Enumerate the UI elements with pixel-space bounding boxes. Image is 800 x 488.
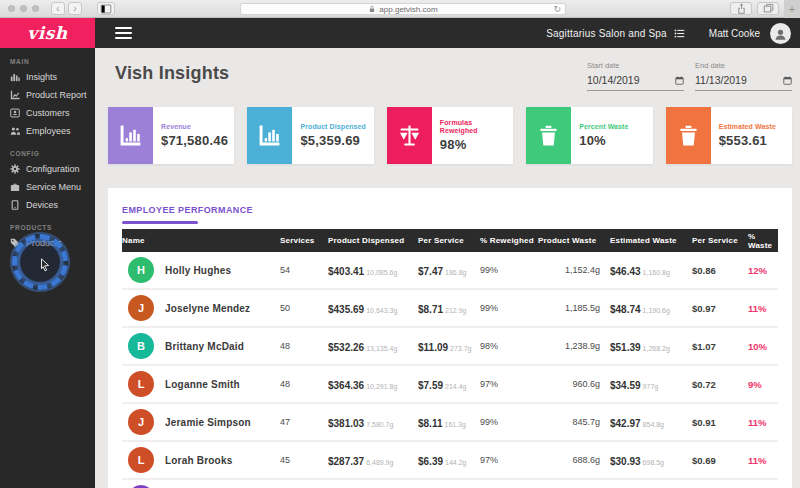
kpi-value: $553.61 bbox=[719, 133, 789, 148]
start-date-field[interactable]: Start date 10/14/2019 bbox=[587, 58, 684, 91]
sidebar-item[interactable]: Insights bbox=[0, 68, 95, 86]
sidebar-item-icon bbox=[10, 90, 20, 100]
estimated-waste: $42.97854.8g bbox=[610, 413, 692, 431]
kpi-card: Estimated Waste $553.61 bbox=[666, 107, 792, 164]
user-avatar[interactable] bbox=[770, 23, 791, 44]
pct-waste: 11% bbox=[748, 455, 778, 466]
per-service-dispensed: $8.11161.3g bbox=[418, 413, 480, 431]
kpi-cards: Revenue $71,580.46 Product Dispensed $ bbox=[108, 107, 792, 164]
sidebar-section-label: PRODUCTS bbox=[0, 214, 95, 234]
back-button[interactable]: ‹ bbox=[51, 2, 65, 15]
waste-per-service: $1.07 bbox=[692, 341, 748, 352]
close-window-button[interactable] bbox=[8, 5, 15, 12]
click-indicator bbox=[12, 234, 68, 290]
zoom-window-button[interactable] bbox=[32, 5, 39, 12]
per-service-dispensed: $7.47186.8g bbox=[418, 261, 480, 279]
forward-button[interactable]: › bbox=[68, 2, 82, 15]
pct-reweighed: 99% bbox=[480, 303, 538, 313]
product-dispensed: $403.4110,085.6g bbox=[328, 261, 418, 279]
sidebar-item-icon bbox=[10, 108, 20, 118]
table-row[interactable]: N Nichole Preston 41 $316.076,441.4g $7.… bbox=[122, 480, 778, 488]
services-count: 50 bbox=[280, 303, 328, 313]
table-row[interactable]: J Joselyne Mendez 50 $435.6910,643.3g $8… bbox=[122, 290, 778, 328]
per-service-dispensed: $11.09273.7g bbox=[418, 337, 480, 355]
sidebar-section-label: MAIN bbox=[0, 48, 95, 68]
tabs-overview-button[interactable] bbox=[757, 2, 779, 15]
start-date-label: Start date bbox=[587, 61, 684, 70]
calendar-icon[interactable] bbox=[783, 76, 792, 85]
pct-reweighed: 98% bbox=[480, 341, 538, 351]
browser-toolbar-right: + bbox=[730, 0, 800, 18]
salon-name[interactable]: Sagittarius Salon and Spa bbox=[546, 28, 667, 39]
page-title: Vish Insights bbox=[115, 63, 229, 84]
kpi-label: Revenue bbox=[161, 123, 231, 131]
share-icon bbox=[736, 3, 747, 14]
table-row[interactable]: B Brittany McDaid 48 $532.2613,135.4g $1… bbox=[122, 328, 778, 366]
menu-icon[interactable] bbox=[115, 24, 132, 42]
table-row[interactable]: L Loganne Smith 48 $364.3610,291.8g $7.5… bbox=[122, 366, 778, 404]
sidebar-item[interactable]: Configuration bbox=[0, 160, 95, 178]
employee-name: Lorah Brooks bbox=[165, 455, 232, 466]
employee-name: Holly Hughes bbox=[165, 265, 231, 276]
column-header: Product Dispensed bbox=[328, 236, 418, 245]
start-date-value: 10/14/2019 bbox=[587, 74, 640, 86]
kpi-card: Percent Waste 10% bbox=[526, 107, 652, 164]
sidebar-section: MAIN Insights Produ bbox=[0, 48, 95, 140]
column-header: Per Service bbox=[418, 236, 480, 245]
estimated-waste: $51.391,268.2g bbox=[610, 337, 692, 355]
end-date-field[interactable]: End date 11/13/2019 bbox=[695, 58, 792, 91]
reload-icon[interactable]: ↻ bbox=[553, 4, 561, 15]
table-row[interactable]: H Holly Hughes 54 $403.4110,085.6g $7.47… bbox=[122, 252, 778, 290]
sidebar-item[interactable]: Service Menu bbox=[0, 178, 95, 196]
sidebar-item-icon bbox=[10, 126, 20, 136]
kpi-value: 98% bbox=[440, 137, 510, 152]
product-waste: 845.7g bbox=[538, 417, 610, 427]
topbar: Sagittarius Salon and Spa Matt Cooke bbox=[95, 18, 800, 48]
pct-waste: 11% bbox=[748, 417, 778, 428]
employee-name: Brittany McDaid bbox=[165, 341, 244, 352]
table-header: NameServicesProduct DispensedPer Service… bbox=[122, 229, 778, 252]
estimated-waste: $30.93698.5g bbox=[610, 451, 692, 469]
sidebar-item-icon bbox=[10, 182, 20, 192]
pct-waste: 9% bbox=[748, 379, 778, 390]
kpi-icon bbox=[526, 107, 571, 164]
sidebar-item[interactable]: Customers bbox=[0, 104, 95, 122]
product-dispensed: $381.037,580.7g bbox=[328, 413, 418, 431]
salon-switcher-icon[interactable] bbox=[674, 28, 685, 39]
minimize-window-button[interactable] bbox=[20, 5, 27, 12]
tab-employee-performance[interactable]: EMPLOYEE PERFORMANCE bbox=[122, 199, 253, 224]
services-count: 47 bbox=[280, 417, 328, 427]
kpi-card: Product Dispensed $5,359.69 bbox=[247, 107, 373, 164]
new-tab-button[interactable]: + bbox=[784, 0, 800, 18]
product-dispensed: $364.3610,291.8g bbox=[328, 375, 418, 393]
app-logo[interactable]: vish bbox=[0, 18, 95, 48]
sidebar-item[interactable]: Devices bbox=[0, 196, 95, 214]
column-header: % Waste bbox=[748, 232, 778, 250]
mouse-cursor-icon bbox=[38, 258, 52, 272]
estimated-waste: $46.431,160.8g bbox=[610, 261, 692, 279]
kpi-value: 10% bbox=[579, 133, 649, 148]
end-date-value: 11/13/2019 bbox=[695, 74, 747, 86]
end-date-label: End date bbox=[695, 61, 792, 70]
kpi-label: Product Dispensed bbox=[300, 123, 370, 131]
kpi-card: Revenue $71,580.46 bbox=[108, 107, 234, 164]
column-header: Services bbox=[280, 236, 328, 245]
calendar-icon[interactable] bbox=[675, 76, 684, 85]
employee-name: Joselyne Mendez bbox=[165, 303, 250, 314]
sidebar-item[interactable]: Product Report bbox=[0, 86, 95, 104]
table-row[interactable]: J Jeramie Simpson 47 $381.037,580.7g $8.… bbox=[122, 404, 778, 442]
sidebar-item-label: Insights bbox=[26, 72, 57, 82]
url-text: app.getvish.com bbox=[379, 5, 437, 14]
pct-waste: 11% bbox=[748, 303, 778, 314]
sidebar-section-label: CONFIG bbox=[0, 140, 95, 160]
share-button[interactable] bbox=[730, 2, 752, 15]
table-row[interactable]: L Lorah Brooks 45 $287.376,489.9g $6.391… bbox=[122, 442, 778, 480]
sidebar-item[interactable]: Employees bbox=[0, 122, 95, 140]
user-name[interactable]: Matt Cooke bbox=[709, 28, 760, 39]
panel-toggle-icon bbox=[100, 3, 112, 15]
url-bar[interactable]: app.getvish.com ↻ bbox=[240, 3, 566, 15]
tabs-icon bbox=[763, 3, 774, 14]
sidebar-item-label: Devices bbox=[26, 200, 58, 210]
browser-sidebar-toggle-button[interactable] bbox=[97, 2, 115, 15]
sidebar-item-label: Service Menu bbox=[26, 182, 81, 192]
